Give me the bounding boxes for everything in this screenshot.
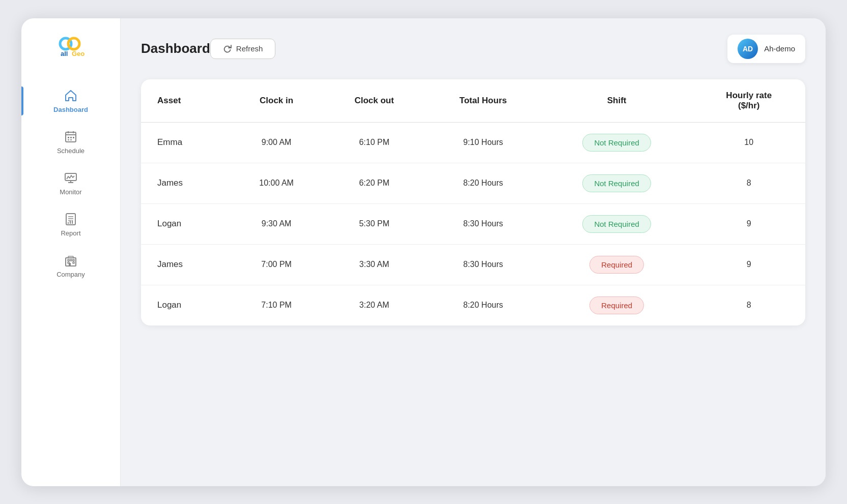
cell-shift: Not Required [541, 163, 693, 203]
svg-rect-21 [70, 221, 71, 224]
svg-rect-29 [73, 262, 74, 263]
cell-asset: Logan [141, 285, 230, 325]
cell-hourly-rate: 9 [692, 203, 805, 244]
col-total-hours: Total Hours [425, 79, 541, 123]
cell-clock-out: 3:20 AM [323, 285, 426, 325]
cell-clock-out: 5:30 PM [323, 203, 426, 244]
schedule-icon [64, 130, 78, 144]
sidebar-item-dashboard-label: Dashboard [53, 106, 88, 113]
table-body: Emma 9:00 AM 6:10 PM 9:10 Hours Not Requ… [141, 122, 805, 325]
svg-rect-22 [72, 220, 73, 224]
table-row: Emma 9:00 AM 6:10 PM 9:10 Hours Not Requ… [141, 122, 805, 163]
cell-clock-in: 9:30 AM [230, 203, 323, 244]
cell-total-hours: 9:10 Hours [425, 122, 541, 163]
svg-rect-26 [70, 259, 72, 261]
company-icon [64, 253, 78, 268]
cell-asset: Emma [141, 122, 230, 163]
cell-clock-in: 7:00 PM [230, 244, 323, 285]
cell-shift: Not Required [541, 203, 693, 244]
app-container: all Geo Dashboard [21, 18, 826, 486]
username: Ah-demo [764, 44, 795, 53]
svg-text:all: all [61, 50, 68, 57]
cell-asset: James [141, 244, 230, 285]
page-title: Dashboard [141, 41, 210, 56]
report-icon [64, 212, 78, 226]
col-clock-in: Clock in [230, 79, 323, 123]
shift-badge: Not Required [582, 215, 651, 233]
sidebar-item-company[interactable]: Company [21, 246, 120, 285]
cell-clock-in: 10:00 AM [230, 163, 323, 203]
sidebar-item-schedule-label: Schedule [57, 147, 84, 155]
svg-text:Geo: Geo [72, 50, 84, 57]
table-header-row: Asset Clock in Clock out Total Hours Shi… [141, 79, 805, 123]
cell-hourly-rate: 8 [692, 163, 805, 203]
sidebar: all Geo Dashboard [21, 18, 121, 486]
table-row: James 7:00 PM 3:30 AM 8:30 Hours Require… [141, 244, 805, 285]
cell-total-hours: 8:20 Hours [425, 285, 541, 325]
svg-rect-25 [68, 259, 69, 261]
sidebar-item-schedule[interactable]: Schedule [21, 123, 120, 162]
refresh-icon [223, 44, 232, 53]
cell-hourly-rate: 8 [692, 285, 805, 325]
table-card: Asset Clock in Clock out Total Hours Shi… [141, 79, 805, 325]
cell-hourly-rate: 9 [692, 244, 805, 285]
table-row: Logan 9:30 AM 5:30 PM 8:30 Hours Not Req… [141, 203, 805, 244]
cell-total-hours: 8:30 Hours [425, 203, 541, 244]
svg-rect-20 [68, 222, 69, 224]
cell-clock-in: 9:00 AM [230, 122, 323, 163]
allgeo-logo: all Geo [57, 33, 85, 61]
col-clock-out: Clock out [323, 79, 426, 123]
col-shift: Shift [541, 79, 693, 123]
sidebar-item-report[interactable]: Report [21, 205, 120, 244]
sidebar-item-dashboard[interactable]: Dashboard [21, 81, 120, 121]
monitor-icon [64, 171, 78, 185]
cell-shift: Required [541, 244, 693, 285]
top-bar: Dashboard Refresh AD Ah-demo [141, 35, 805, 63]
table-row: Logan 7:10 PM 3:20 AM 8:20 Hours Require… [141, 285, 805, 325]
cell-total-hours: 8:30 Hours [425, 244, 541, 285]
dashboard-icon [64, 88, 78, 103]
svg-rect-10 [73, 137, 74, 138]
cell-clock-in: 7:10 PM [230, 285, 323, 325]
col-asset: Asset [141, 79, 230, 123]
sidebar-item-company-label: Company [57, 271, 85, 278]
cell-clock-out: 6:10 PM [323, 122, 426, 163]
table-row: James 10:00 AM 6:20 PM 8:20 Hours Not Re… [141, 163, 805, 203]
shift-badge: Required [589, 297, 644, 314]
shift-badge: Not Required [582, 174, 651, 192]
main-content: Dashboard Refresh AD Ah-demo Asset [121, 18, 826, 486]
data-table: Asset Clock in Clock out Total Hours Shi… [141, 79, 805, 325]
svg-rect-27 [73, 259, 74, 261]
cell-hourly-rate: 10 [692, 122, 805, 163]
cell-shift: Not Required [541, 122, 693, 163]
cell-shift: Required [541, 285, 693, 325]
avatar: AD [738, 39, 758, 59]
cell-asset: Logan [141, 203, 230, 244]
svg-rect-12 [70, 139, 72, 140]
refresh-label: Refresh [236, 44, 263, 53]
nav-items: Dashboard Sch [21, 81, 120, 285]
logo-area: all Geo [48, 33, 93, 61]
svg-rect-28 [68, 262, 69, 263]
svg-rect-8 [68, 137, 69, 138]
user-badge: AD Ah-demo [727, 35, 805, 63]
svg-rect-11 [68, 139, 69, 140]
cell-total-hours: 8:20 Hours [425, 163, 541, 203]
cell-clock-out: 3:30 AM [323, 244, 426, 285]
shift-badge: Required [589, 256, 644, 274]
cell-clock-out: 6:20 PM [323, 163, 426, 203]
svg-point-1 [68, 38, 79, 49]
sidebar-item-report-label: Report [61, 229, 80, 237]
col-hourly-rate: Hourly rate($/hr) [692, 79, 805, 123]
cell-asset: James [141, 163, 230, 203]
shift-badge: Not Required [582, 134, 651, 152]
refresh-button[interactable]: Refresh [210, 39, 276, 59]
sidebar-item-monitor[interactable]: Monitor [21, 164, 120, 203]
sidebar-item-monitor-label: Monitor [60, 188, 81, 196]
svg-rect-9 [70, 137, 72, 138]
